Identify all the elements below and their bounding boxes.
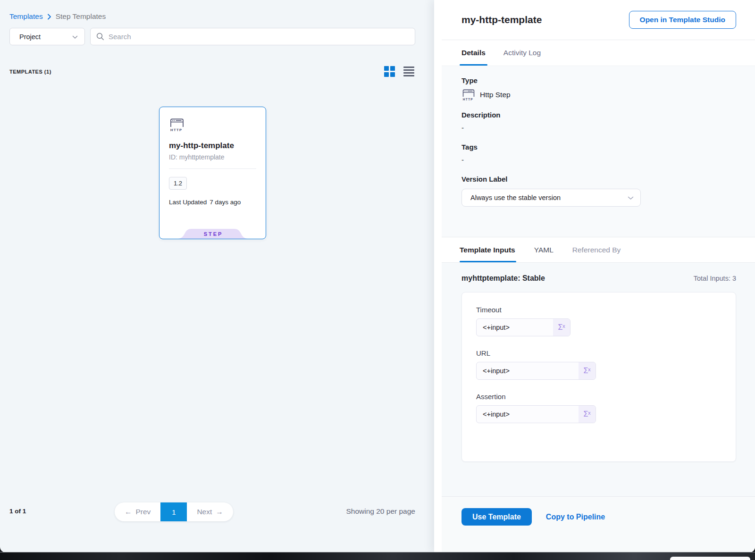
assertion-label: Assertion	[476, 393, 721, 401]
search-box	[90, 28, 415, 45]
breadcrumb: Templates Step Templates	[0, 0, 434, 21]
templates-list-header: TEMPLATES (1)	[9, 66, 414, 77]
url-input[interactable]: <+input> Σˣ	[476, 362, 596, 380]
inputs-version-title: myhttptemplate: Stable	[461, 274, 545, 283]
details-section: Type HTTP Http Step Description - Tags -…	[442, 66, 755, 237]
pagination: 1 of 1 ← Prev 1 Next → Showing 20 per pa…	[0, 502, 434, 521]
expression-button[interactable]: Σˣ	[579, 406, 596, 423]
chevron-down-icon	[628, 193, 634, 202]
total-inputs-label: Total Inputs: 3	[694, 275, 736, 282]
timeout-label: Timeout	[476, 306, 721, 314]
last-updated: Last Updated 7 days ago	[169, 199, 256, 206]
breadcrumb-chevron-icon	[47, 14, 51, 20]
assertion-input[interactable]: <+input> Σˣ	[476, 405, 596, 423]
version-badge: 1.2	[169, 177, 187, 190]
version-select[interactable]: Always use the stable version	[461, 189, 641, 207]
http-step-icon: HTTP	[169, 117, 185, 132]
next-page-button[interactable]: Next →	[187, 502, 233, 521]
templates-list-panel: Templates Step Templates Project	[0, 0, 434, 552]
tags-value: -	[461, 156, 736, 164]
templates-count-label: TEMPLATES (1)	[9, 69, 51, 75]
tab-template-inputs[interactable]: Template Inputs	[460, 237, 515, 262]
drawer-header: my-http-template Open in Template Studio	[434, 0, 755, 40]
expression-button[interactable]: Σˣ	[553, 319, 570, 336]
page-1-button[interactable]: 1	[160, 502, 187, 521]
open-in-template-studio-button[interactable]: Open in Template Studio	[629, 11, 736, 29]
sigma-expression-icon: Σˣ	[583, 410, 590, 418]
step-type-ribbon: STEP	[177, 229, 248, 239]
view-toggles	[384, 66, 414, 77]
copy-to-pipeline-link[interactable]: Copy to Pipeline	[546, 508, 605, 526]
prev-page-button[interactable]: ← Prev	[115, 502, 160, 521]
per-page-label: Showing 20 per page	[346, 507, 415, 516]
grid-view-icon	[384, 66, 389, 71]
grid-view-button[interactable]	[384, 66, 395, 77]
card-divider	[169, 168, 256, 169]
tab-yaml[interactable]: YAML	[534, 237, 554, 262]
breadcrumb-current: Step Templates	[56, 12, 106, 21]
timeout-field: Timeout <+input> Σˣ	[476, 306, 721, 336]
sigma-expression-icon: Σˣ	[583, 367, 590, 375]
timeout-input[interactable]: <+input> Σˣ	[476, 318, 570, 336]
arrow-left-icon: ←	[125, 508, 132, 516]
http-step-icon: HTTP	[461, 88, 476, 101]
description-value: -	[461, 124, 736, 132]
type-label: Type	[461, 76, 736, 84]
breadcrumb-templates-link[interactable]: Templates	[9, 12, 43, 21]
app-window: Templates Step Templates Project	[0, 0, 755, 552]
expression-button[interactable]: Σˣ	[579, 362, 596, 379]
template-details-drawer: my-http-template Open in Template Studio…	[434, 0, 755, 552]
background-window-edge	[670, 557, 750, 560]
type-value: Http Step	[480, 91, 511, 99]
assertion-field: Assertion <+input> Σˣ	[476, 393, 721, 423]
sigma-expression-icon: Σˣ	[558, 323, 565, 332]
chevron-down-icon	[72, 33, 78, 41]
assertion-value: <+input>	[477, 406, 579, 423]
template-inputs-section: myhttptemplate: Stable Total Inputs: 3 T…	[442, 262, 755, 496]
tab-referenced-by[interactable]: Referenced By	[572, 237, 621, 262]
timeout-value: <+input>	[477, 319, 553, 336]
version-select-value: Always use the stable version	[470, 194, 561, 201]
version-label: Version Label	[461, 175, 736, 183]
last-updated-label: Last Updated	[169, 199, 207, 206]
type-row: HTTP Http Step	[461, 88, 736, 101]
screen: Templates Step Templates Project	[0, 0, 755, 560]
next-page-label: Next	[197, 508, 212, 516]
drawer-sub-tabs: Template Inputs YAML Referenced By	[434, 237, 755, 262]
template-card-title: my-http-template	[169, 141, 256, 150]
drawer-title: my-http-template	[461, 14, 542, 25]
tags-label: Tags	[461, 143, 736, 151]
project-scope-select[interactable]: Project	[9, 28, 85, 45]
tab-activity-log[interactable]: Activity Log	[503, 40, 541, 66]
url-field: URL <+input> Σˣ	[476, 349, 721, 380]
svg-text:HTTP: HTTP	[463, 98, 473, 101]
url-value: <+input>	[477, 362, 579, 379]
page-summary: 1 of 1	[9, 508, 26, 515]
prev-page-label: Prev	[136, 508, 151, 516]
search-icon	[96, 33, 104, 41]
search-input[interactable]	[109, 33, 409, 41]
filter-controls: Project	[9, 28, 415, 45]
use-template-button[interactable]: Use Template	[461, 508, 532, 526]
drawer-tabs: Details Activity Log	[434, 40, 755, 66]
pagination-pill: ← Prev 1 Next →	[115, 502, 233, 521]
description-label: Description	[461, 111, 736, 119]
arrow-right-icon: →	[216, 508, 223, 516]
project-scope-value: Project	[19, 33, 41, 41]
inputs-card: Timeout <+input> Σˣ URL <+input> Σˣ	[461, 292, 736, 462]
drawer-footer: Use Template Copy to Pipeline	[442, 496, 755, 552]
tab-details[interactable]: Details	[461, 40, 486, 66]
template-card-id: ID: myhttptemplate	[169, 153, 256, 161]
template-card[interactable]: HTTP my-http-template ID: myhttptemplate…	[159, 107, 266, 239]
step-type-ribbon-label: STEP	[177, 229, 248, 239]
last-updated-value: 7 days ago	[210, 199, 241, 206]
inputs-header: myhttptemplate: Stable Total Inputs: 3	[461, 274, 736, 283]
desktop-background	[0, 552, 755, 560]
list-view-icon	[403, 67, 414, 68]
list-view-button[interactable]	[403, 67, 414, 77]
svg-text:HTTP: HTTP	[170, 128, 182, 132]
url-label: URL	[476, 349, 721, 357]
